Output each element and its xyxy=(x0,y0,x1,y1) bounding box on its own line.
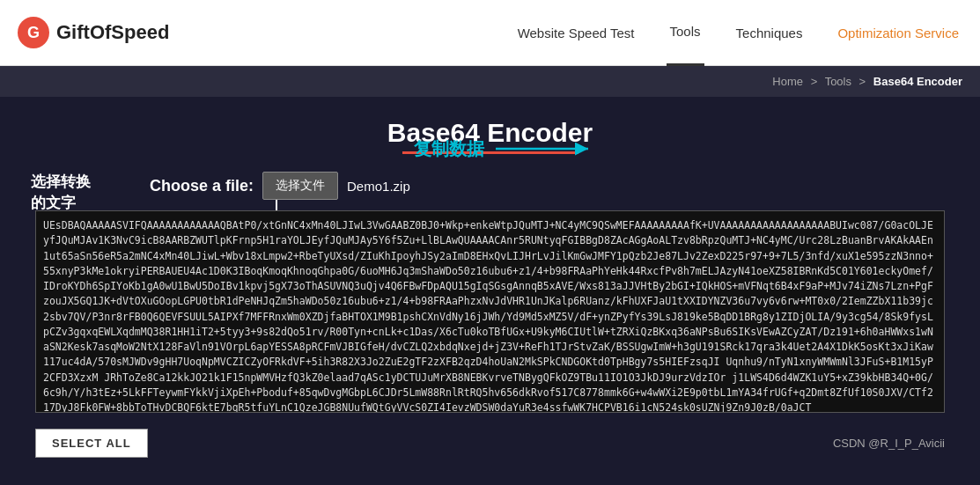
nav-link-speed-test[interactable]: Website Speed Test xyxy=(514,0,638,66)
nav-link-optimization[interactable]: Optimization Service xyxy=(834,0,962,66)
breadcrumb-sep2: > xyxy=(859,75,866,88)
copy-annotation: 复制数据 xyxy=(414,137,484,161)
arrow-icon xyxy=(491,136,597,161)
select-all-button[interactable]: SELECT ALL xyxy=(35,429,148,458)
copy-annotation-group: 复制数据 xyxy=(414,136,597,161)
nav-links: Website Speed Test Tools Techniques Opti… xyxy=(514,0,962,66)
breadcrumb-sep1: > xyxy=(811,75,818,88)
choose-file-label: Choose a file: xyxy=(150,177,254,195)
logo-text: GiftOfSpeed xyxy=(56,21,169,44)
breadcrumb-tools[interactable]: Tools xyxy=(825,75,851,88)
nav-link-tools[interactable]: Tools xyxy=(667,0,704,66)
output-text: UEsDBAQAAAAASVIFQAAAAAAAAAAAAQBAtP0/xtGn… xyxy=(43,218,937,413)
main-content: Base64 Encoder 选择转换 的文字 Choose a file: 选… xyxy=(0,97,980,482)
nav-link-techniques[interactable]: Techniques xyxy=(733,0,807,66)
bottom-bar: SELECT ALL CSDN @R_I_P_Avicii xyxy=(35,425,945,461)
file-section: Choose a file: 选择文件 Demo1.zip 复制数据 xyxy=(150,172,945,200)
breadcrumb: Home > Tools > Base64 Encoder xyxy=(0,66,980,97)
watermark: CSDN @R_I_P_Avicii xyxy=(833,437,945,450)
output-box[interactable]: UEsDBAQAAAAASVIFQAAAAAAAAAAAAQBAtP0/xtGn… xyxy=(35,210,945,413)
navbar: G GiftOfSpeed Website Speed Test Tools T… xyxy=(0,0,980,66)
logo-icon: G xyxy=(18,17,49,48)
annotation-left: 选择转换 的文字 xyxy=(31,172,132,214)
file-name-display: Demo1.zip xyxy=(347,179,410,194)
logo: G GiftOfSpeed xyxy=(18,17,514,48)
choose-file-button[interactable]: 选择文件 xyxy=(262,172,338,200)
breadcrumb-home[interactable]: Home xyxy=(772,75,803,88)
breadcrumb-current: Base64 Encoder xyxy=(873,75,962,88)
